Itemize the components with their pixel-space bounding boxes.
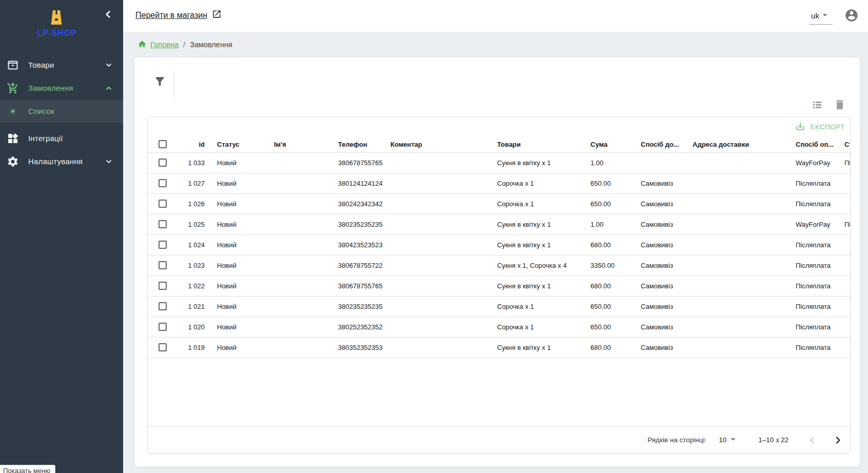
cell-sum: 680.00 [590, 338, 611, 358]
cell-phone: 380235235235 [338, 297, 383, 317]
sidebar-item-label: Налаштування [28, 157, 83, 166]
cell-shipping-method: Самовивіз [641, 255, 673, 275]
cart-add-icon [7, 82, 19, 94]
cell-products: Сукня в квітку x 1 [497, 338, 551, 358]
col-header-order-id: id [164, 136, 205, 152]
sidebar-item-label: Інтеграції [28, 134, 63, 143]
sidebar-item-orders-list[interactable]: Список [0, 100, 123, 123]
previous-page-button[interactable] [806, 434, 818, 446]
cell-payment-method: WayForPay [796, 214, 830, 234]
store-link[interactable]: Перейти в магазин [135, 9, 222, 21]
cell-status: Новий [217, 255, 236, 275]
cell-order-id: 1 027 [164, 173, 205, 193]
col-header-phone: Телефон [338, 136, 367, 152]
breadcrumb-home-link[interactable]: Головна [137, 40, 179, 50]
cell-sum: 650.00 [590, 194, 611, 214]
avatar[interactable] [844, 8, 859, 23]
sidebar-item-settings[interactable]: Налаштування [0, 150, 123, 173]
chevron-left-icon [806, 440, 818, 448]
sidebar-item-integrations[interactable]: Інтеграції [0, 127, 123, 150]
cell-sum: 680.00 [590, 235, 611, 255]
dot-icon [7, 105, 19, 117]
export-label: ЕКСПОРТ [810, 123, 845, 131]
cell-status: Новий [217, 214, 236, 234]
cell-sum: 650.00 [590, 317, 611, 337]
rows-per-page-label: Рядків на сторінці: [647, 436, 706, 444]
filter-button[interactable] [153, 75, 166, 88]
cell-status: Новий [217, 297, 236, 317]
table-row[interactable]: 1 021Новий380235235235Сорочка x 1650.00С… [148, 297, 850, 317]
delete-button[interactable] [834, 98, 846, 111]
rows-per-page-select[interactable]: 10 [719, 433, 739, 446]
cell-payment-method: Післяплата [796, 317, 831, 337]
table-row[interactable]: 1 023Новий380678755722Сукня x 1, Сорочка… [148, 255, 850, 276]
logo-text: LP-SHOP [0, 29, 114, 38]
logo: LP-SHOP [0, 0, 123, 53]
chevron-right-icon [832, 440, 844, 448]
integrations-icon [7, 132, 19, 145]
export-button[interactable]: ЕКСПОРТ [795, 121, 845, 133]
chevron-up-icon [103, 82, 115, 94]
language-select[interactable]: uk [809, 7, 833, 25]
cell-shipping-method: Самовивіз [641, 214, 673, 234]
cell-status: Новий [217, 235, 236, 255]
cell-phone: 380678755722 [338, 255, 383, 275]
cell-payment-method: Післяплата [796, 194, 831, 214]
cell-sum: 1.00 [590, 214, 603, 234]
chevron-down-icon [103, 59, 115, 71]
table-row[interactable]: 1 026Новий380242342342Сорочка x 1650.00С… [148, 194, 850, 214]
chevron-down-icon [103, 155, 115, 168]
cell-order-id: 1 020 [164, 317, 205, 337]
table-row[interactable]: 1 027Новий380124124124Сорочка x 1650.00С… [148, 173, 850, 194]
cell-payment-method: Післяплата [796, 255, 831, 275]
col-header-products: Товари [497, 136, 521, 152]
cell-shipping-method: Самовивіз [641, 276, 673, 296]
cell-phone: 380352352353 [338, 338, 383, 358]
filter-icon [153, 82, 166, 89]
show-menu-tooltip: Показать меню [0, 465, 55, 473]
store-link-label: Перейти в магазин [135, 11, 207, 20]
cell-payment-method: Післяплата [796, 276, 831, 296]
cell-products: Сорочка x 1 [497, 317, 534, 337]
table-row[interactable]: 1 019Новий380352352353Сукня в квітку x 1… [148, 338, 850, 358]
cell-phone: 380678755765 [338, 276, 383, 296]
caret-down-icon [819, 9, 831, 22]
sidebar-collapse-button[interactable] [102, 8, 115, 22]
sidebar-item-products[interactable]: Товари [0, 53, 123, 76]
cell-sum: 650.00 [590, 173, 611, 193]
cell-products: Сукня в квітку x 1 [497, 153, 551, 173]
cell-order-id: 1 024 [164, 235, 205, 255]
next-page-button[interactable] [832, 434, 844, 446]
cell-products: Сорочка x 1 [497, 194, 534, 214]
breadcrumb-separator: / [183, 41, 185, 49]
col-header-shipping-address: Адреса доставки [693, 136, 749, 152]
cell-status: Новий [217, 153, 236, 173]
cell-status: Новий [217, 338, 236, 358]
pagination-range: 1–10 з 22 [758, 436, 788, 444]
table-row[interactable]: 1 024Новий380423523523Сукня в квітку x 1… [148, 235, 850, 255]
cell-payment-method: Післяплата [796, 297, 831, 317]
table-row[interactable]: 1 022Новий380678755765Сукня в квітку x 1… [148, 276, 850, 297]
col-header-status: Статус [217, 136, 240, 152]
cell-sum: 1.00 [590, 153, 603, 173]
cell-phone: 380242342342 [338, 194, 383, 214]
sidebar-item-orders[interactable]: Замовлення [0, 76, 123, 100]
cell-shipping-method: Самовивіз [641, 235, 673, 255]
table-row[interactable]: 1 025Новий380235235235Сукня в квітку x 1… [148, 214, 850, 235]
table-row[interactable]: 1 033Новий380678755765Сукня в квітку x 1… [148, 153, 850, 173]
cell-payment-method: Післяплата [796, 235, 831, 255]
account-circle-icon [844, 16, 859, 24]
cell-shipping-method: Самовивіз [641, 338, 673, 358]
table-row[interactable]: 1 020Новий380252352352Сорочка x 1650.00С… [148, 317, 850, 338]
cell-products: Сорочка x 1 [497, 297, 534, 317]
breadcrumb: Головна / Замовлення [123, 32, 868, 57]
column-list-button[interactable] [811, 98, 823, 111]
cell-shipping-method: Самовивіз [641, 173, 673, 193]
settings-icon [7, 155, 19, 168]
cell-payment-method: Післяплата [796, 338, 831, 358]
cell-payment-status: Пі [844, 153, 851, 173]
language-value: uk [811, 11, 819, 20]
cell-shipping-method: Самовивіз [641, 297, 673, 317]
cell-shipping-method: Самовивіз [641, 194, 673, 214]
cell-shipping-method: Самовивіз [641, 317, 673, 337]
